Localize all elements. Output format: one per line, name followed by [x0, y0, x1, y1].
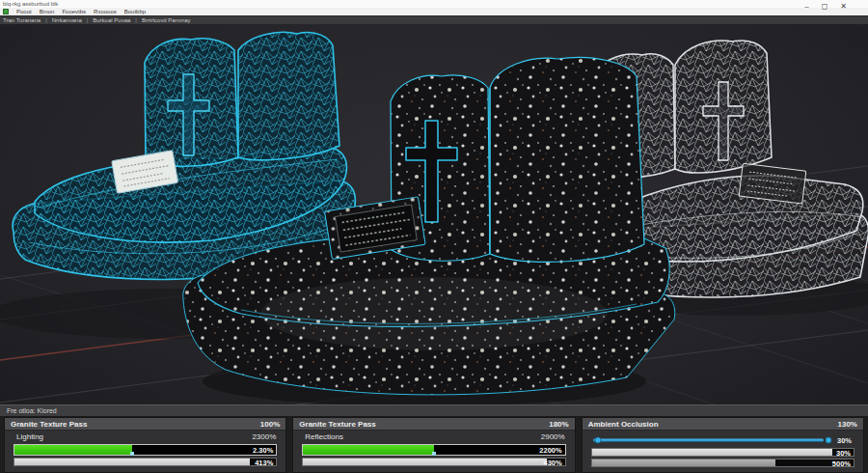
toolbar-separator: | [135, 16, 137, 24]
bottom-panels: Granite Texture Pass 100% Lighting 2300%… [0, 417, 868, 473]
slider-handle-left[interactable] [594, 436, 601, 443]
progress-fill [14, 445, 132, 455]
window-controls: – ◻ ✕ [804, 0, 847, 14]
progress-fill [592, 459, 775, 466]
toolbar-separator: | [45, 16, 47, 24]
viewport-canvas [0, 24, 868, 404]
subrow-label: Reflections [305, 432, 343, 441]
status-bar: Fre otloa: Kiored [0, 404, 868, 417]
subrow-value: 2300% [252, 432, 276, 441]
toolbar-item-2[interactable]: Burkoal Puvaa [93, 16, 130, 24]
reflections-progress-bar[interactable]: 2200% [302, 444, 565, 456]
toolbar-item-1[interactable]: Nrrkanvana [52, 16, 82, 24]
menu-item-2[interactable]: Fooevtbs [62, 8, 86, 15]
progress-value: 2.30% [253, 446, 273, 455]
toolbar-item-3[interactable]: Brrtrlcovd Panvnay [142, 16, 191, 24]
close-button[interactable]: ✕ [840, 3, 847, 11]
slider-track[interactable] [593, 438, 824, 441]
app-icon [3, 9, 9, 14]
progress-value: 2200% [539, 446, 561, 455]
progress-value: 430% [543, 458, 561, 466]
ao-progress-bar-1[interactable]: 30% [591, 448, 854, 457]
slider-notch[interactable] [432, 452, 436, 456]
panel-title-value: 100% [260, 420, 280, 429]
slider-notch[interactable] [130, 452, 134, 456]
panel-header[interactable]: Ambient Occlusion 130% [583, 418, 863, 431]
progress-value: 413% [255, 458, 273, 466]
panel-title: Granite Texture Pass [11, 420, 87, 429]
panel-title: Granite Texture Pass [299, 420, 375, 429]
progress-fill [592, 449, 833, 456]
progress-fill [303, 445, 434, 455]
progress-fill [303, 459, 546, 465]
minimize-button[interactable]: – [804, 3, 808, 11]
panel-title: Ambient Occlusion [588, 420, 659, 429]
panel-granite-texture-reflections: Granite Texture Pass 180% Reflections 29… [292, 417, 575, 473]
menu-item-1[interactable]: Bmon [40, 8, 55, 15]
menu-item-0[interactable]: Pooot [16, 8, 32, 15]
ao-progress-bar-2[interactable]: 500% [591, 459, 854, 467]
menu-bar: Pooot Bmon Fooevtbs Rxoooos Boutbbp [0, 8, 868, 15]
panel-title-value: 130% [838, 420, 857, 429]
maximize-button[interactable]: ◻ [822, 3, 828, 11]
status-text: Fre otloa: Kiored [7, 407, 57, 414]
panel-granite-texture-lighting: Granite Texture Pass 100% Lighting 2300%… [4, 417, 286, 473]
panel-header[interactable]: Granite Texture Pass 180% [293, 418, 574, 431]
viewport-3d[interactable] [0, 24, 868, 404]
progress-fill [14, 459, 250, 465]
ambient-occlusion-slider[interactable]: 30% [591, 432, 854, 447]
subrow-label: Lighting [16, 432, 43, 441]
slider-handle-right[interactable] [825, 436, 831, 443]
subrow-value: 2900% [541, 432, 565, 441]
window-title: blq-rkg assburbud blk [3, 1, 58, 7]
panel-subrow: Lighting 2300% [5, 431, 285, 443]
title-bar: blq-rkg assburbud blk [0, 0, 868, 8]
slider-value: 30% [837, 435, 852, 444]
toolbar: Tran Turanana | Nrrkanvana | Burkoal Puv… [0, 15, 868, 24]
lighting-progress-bar[interactable]: 2.30% [14, 444, 277, 456]
toolbar-item-0[interactable]: Tran Turanana [3, 16, 41, 24]
white-model-plaque [739, 163, 806, 204]
secondary-progress-bar[interactable]: 430% [302, 458, 565, 466]
menu-item-4[interactable]: Boutbbp [124, 8, 146, 15]
panel-subrow: Reflections 2900% [293, 431, 574, 443]
secondary-progress-bar[interactable]: 413% [14, 458, 277, 466]
progress-value: 30% [836, 448, 851, 457]
panel-ambient-occlusion: Ambient Occlusion 130% 30% 30% 500% [582, 417, 864, 473]
progress-value: 500% [832, 459, 851, 467]
application-window: blq-rkg assburbud blk – ◻ ✕ Pooot Bmon F… [0, 0, 868, 473]
panel-header[interactable]: Granite Texture Pass 100% [5, 418, 285, 431]
panel-title-value: 180% [549, 420, 568, 429]
toolbar-separator: | [87, 16, 89, 24]
menu-item-3[interactable]: Rxoooos [94, 8, 117, 15]
